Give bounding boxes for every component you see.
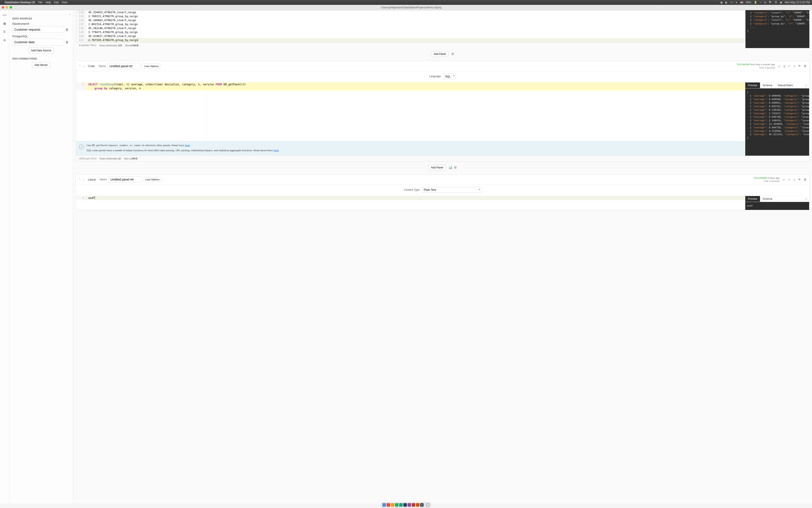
panel2-download-icon[interactable]: ⤓ [793, 65, 796, 68]
panel2-status: Succeeded less than a minute ago Took 3 … [737, 63, 775, 69]
dock-app-10[interactable]: D [420, 503, 424, 504]
dashboard-icon[interactable]: ▦ [2, 21, 7, 26]
panel3-preview-text: asdf [745, 202, 809, 210]
dock-app-1[interactable] [382, 503, 386, 504]
panel2-footer: nPE6rgblY9oV Rows (Estimate) 12 Size 1.2… [76, 156, 809, 161]
battery-label: 83% [746, 1, 751, 4]
siri-icon[interactable]: ◉ [780, 1, 782, 4]
panel3-tab-schema[interactable]: Schema [760, 196, 775, 202]
code-panels-icon[interactable]: </> [2, 13, 7, 17]
glasses-icon[interactable]: 👓 [730, 1, 733, 4]
ds1-delete-icon[interactable]: 🗑 [64, 28, 70, 31]
panel3-preview-expand-icon[interactable]: ⤢ [805, 197, 807, 201]
menu-file[interactable]: File [38, 1, 42, 4]
panel2-expand-icon[interactable]: ⌄ [83, 65, 85, 68]
panel3-hide-icon[interactable]: 👁 [798, 178, 801, 181]
panel3-collapse-icon[interactable]: ⌃ [79, 178, 81, 181]
panel2-tab-preview[interactable]: Preview [745, 82, 760, 88]
add-table-panel-icon-2[interactable]: ⊞ [454, 166, 457, 169]
panel2-sql-editor[interactable]: 1SELECT round(avg(time), 6) average, std… [76, 82, 745, 90]
panel2-collapse-icon[interactable]: ⌃ [79, 65, 81, 68]
panel2-json-icon[interactable]: {} [783, 65, 785, 68]
panel2-name-label: Name [99, 65, 106, 68]
traffic-lights [2, 6, 12, 9]
panel3-text-editor[interactable]: 1asdf [76, 196, 745, 200]
macos-dock: D 🗑 [381, 502, 431, 504]
menu-view[interactable]: View [62, 1, 67, 4]
data-sources-heading: DATA SOURCES [12, 17, 70, 20]
panel2-tab-stdout[interactable]: Stdout/Stderr [775, 82, 796, 88]
play-icon[interactable]: ▸ [736, 1, 737, 4]
dock-app-9[interactable] [416, 503, 420, 504]
window-minimize-button[interactable] [6, 6, 8, 9]
ds2-delete-icon[interactable]: 🗑 [64, 40, 70, 44]
menu-edit[interactable]: Edit [54, 1, 59, 4]
panel3-preview-pane: Preview Schema ⤢ asdf [745, 196, 809, 210]
panel2-run-icon[interactable]: ▷ [778, 65, 781, 68]
panel2-fullscreen-icon[interactable]: ⤢ [788, 65, 791, 68]
panel2-name-input[interactable] [107, 63, 141, 69]
dock-trash-icon[interactable]: 🗑 [426, 503, 430, 504]
menubar-app-name: DataStation Desktop CE [5, 1, 35, 4]
panel1-editor[interactable]: 11445.334453,4798270,insert,nocgo1152.76… [76, 10, 746, 42]
wifi-icon[interactable]: ⌔ [760, 1, 761, 4]
panel2-delete-icon[interactable]: 🗑 [804, 65, 807, 68]
panel2-lang-select[interactable]: SQL [443, 74, 456, 79]
icon-rail: </> ▦ 🗓 ⚙ [0, 10, 9, 504]
panel3-tab-preview[interactable]: Preview [745, 196, 760, 202]
ds1-name-input[interactable] [12, 26, 64, 33]
scheduler-icon[interactable]: 🗓 [2, 30, 7, 34]
panel2-hide-icon[interactable]: 👁 [798, 65, 801, 68]
add-chart-panel-icon[interactable]: 📊 [448, 166, 452, 169]
tip1-link[interactable]: here [185, 144, 190, 146]
panel2-tip: i Use DM_getPanel($panel_number_or_name)… [76, 141, 745, 156]
macos-menubar: DataStation Desktop CE File Help Edit Vi… [0, 0, 812, 5]
dock-app-7[interactable] [408, 503, 411, 504]
control-center-icon[interactable]: ☰ [775, 1, 777, 4]
tip2-link[interactable]: here [274, 149, 279, 152]
sidebar-collapse-icon[interactable]: ‹ [69, 12, 71, 16]
add-data-source-button[interactable]: Add Data Source [29, 48, 53, 53]
panel2-preview-expand-icon[interactable]: ⤢ [805, 84, 807, 87]
info-icon: i [79, 144, 84, 149]
add-server-button[interactable]: Add Server [32, 62, 50, 68]
ssh-heading: SSH CONNECTIONS [12, 57, 70, 60]
panel3-expand-icon[interactable]: ⌄ [83, 178, 85, 181]
panel3-run-icon[interactable]: ▷ [783, 178, 785, 181]
ds2-name-input[interactable] [12, 39, 64, 45]
window-close-button[interactable] [2, 6, 4, 9]
panel3-download-icon[interactable]: ⤓ [793, 178, 796, 181]
panel3-ct-select[interactable]: Plain Text [422, 187, 481, 193]
menu-help[interactable]: Help [46, 1, 51, 4]
panel2-tab-schema[interactable]: Schema [760, 82, 775, 88]
settings-icon[interactable]: ⚙ [2, 38, 7, 42]
record-icon[interactable]: ◉ [720, 1, 723, 4]
flag-icon[interactable]: 🇺🇸 [740, 1, 743, 4]
add-panel-button-1[interactable]: Add Panel [431, 51, 448, 57]
battery-icon[interactable]: 🔋 [754, 1, 757, 4]
search-icon[interactable]: 🔍 [769, 1, 772, 4]
panel2-less-options[interactable]: Less Options [142, 64, 160, 69]
window-title: /Users/philipeaton/DataStationProjects/d… [12, 6, 810, 9]
dock-app-3[interactable] [391, 503, 394, 504]
panel3-delete-icon[interactable]: 🗑 [804, 178, 807, 181]
dock-app-2[interactable] [387, 503, 390, 504]
dock-app-4[interactable] [395, 503, 398, 504]
dock-app-6[interactable] [403, 503, 407, 504]
window-maximize-button[interactable] [10, 6, 12, 9]
add-panel-button-2[interactable]: Add Panel [428, 165, 445, 170]
window-titlebar: /Users/philipeaton/DataStationProjects/d… [0, 5, 812, 10]
dock-app-5[interactable] [399, 503, 403, 504]
menubar-clock[interactable]: Mon May 23 2:42 PM [785, 1, 810, 4]
panel3-name-input[interactable] [108, 176, 141, 182]
ds2-kind: PostgreSQL [12, 35, 70, 38]
panel3-fullscreen-icon[interactable]: ⤢ [788, 178, 791, 181]
status-icon[interactable]: ◐ [725, 1, 727, 4]
panel3-name-label: Name [100, 178, 107, 181]
ds1-kind: Elasticsearch [12, 22, 70, 25]
user-icon[interactable]: ◎ [764, 1, 766, 4]
add-table-panel-icon[interactable]: ⊞ [451, 52, 454, 55]
dock-app-8[interactable] [412, 503, 415, 504]
panel3-type: Literal [88, 178, 96, 181]
panel3-less-options[interactable]: Less Options [143, 177, 161, 182]
